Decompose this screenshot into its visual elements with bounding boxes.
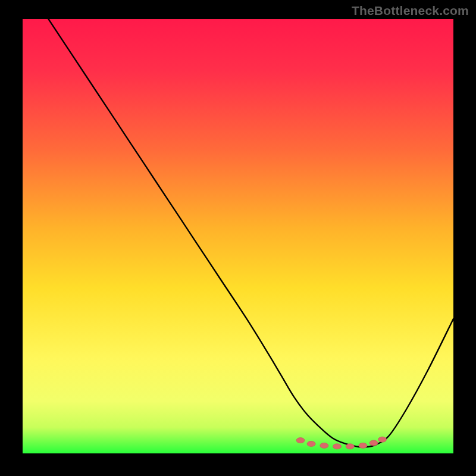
sweet-spot-marker	[307, 441, 315, 446]
sweet-spot-marker	[296, 438, 305, 443]
chart-frame: TheBottleneck.com	[0, 0, 476, 476]
sweet-spot-marker	[320, 443, 328, 448]
watermark-text: TheBottleneck.com	[352, 4, 469, 18]
gradient-background	[23, 19, 453, 453]
sweet-spot-marker	[369, 440, 378, 446]
bottleneck-plot	[23, 19, 453, 453]
sweet-spot-marker	[346, 444, 354, 449]
plot-area	[23, 19, 453, 453]
sweet-spot-marker	[359, 443, 367, 448]
sweet-spot-marker	[333, 444, 342, 449]
sweet-spot-marker	[378, 437, 387, 442]
